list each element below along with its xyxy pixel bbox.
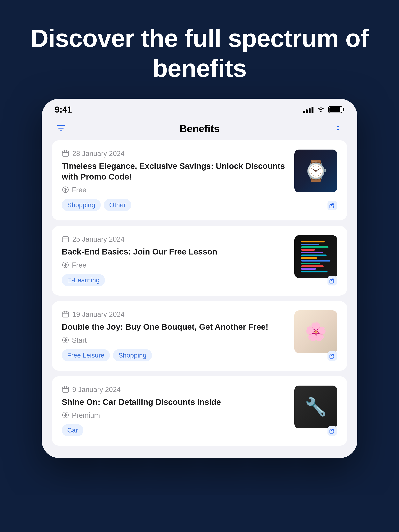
page-header: Discover the full spectrum of benefits	[0, 0, 399, 99]
svg-rect-16	[64, 386, 65, 388]
svg-rect-1	[64, 150, 65, 152]
card-2-image	[294, 235, 337, 278]
tag-free-leisure[interactable]: Free Leisure	[62, 349, 110, 361]
tag-elearning[interactable]: E-Learning	[62, 274, 105, 286]
phone-frame: 9:41	[42, 99, 357, 458]
card-3-share-button[interactable]	[326, 350, 338, 362]
share-icon-3	[327, 351, 337, 362]
card-4-title: Shine On: Car Detailing Discounts Inside	[62, 397, 288, 408]
filter-icon	[56, 123, 66, 133]
nav-title: Benefits	[180, 123, 219, 134]
svg-rect-6	[64, 236, 65, 237]
card-2-date: 25 January 2024	[62, 235, 288, 243]
svg-rect-11	[64, 311, 65, 313]
tag-car[interactable]: Car	[62, 424, 83, 436]
page-title: Discover the full spectrum of benefits	[16, 23, 383, 83]
price-icon-4	[62, 411, 69, 419]
calendar-icon	[62, 150, 69, 158]
sort-icon	[333, 123, 343, 133]
card-2-date-text: 25 January 2024	[72, 235, 124, 243]
card-4-price-text: Premium	[72, 411, 100, 419]
benefit-card-4[interactable]: 9 January 2024 Shine On: Car Detailing D…	[52, 376, 347, 446]
card-3-tags: Free Leisure Shopping	[62, 349, 288, 361]
svg-rect-9	[328, 276, 337, 285]
svg-rect-14	[328, 351, 337, 361]
benefits-list: 28 January 2024 Timeless Elegance, Exclu…	[42, 140, 357, 457]
card-4-date-text: 9 January 2024	[72, 386, 121, 394]
tag-shopping-2[interactable]: Shopping	[113, 349, 152, 361]
card-2-content: 25 January 2024 Back-End Basics: Join Ou…	[62, 235, 288, 286]
status-bar: 9:41	[42, 99, 357, 118]
svg-rect-7	[66, 236, 67, 237]
card-4-share-button[interactable]	[326, 425, 338, 437]
card-3-date-text: 19 January 2024	[72, 310, 124, 319]
card-2-title: Back-End Basics: Join Our Free Lesson	[62, 247, 288, 257]
filter-button[interactable]	[54, 121, 68, 136]
status-icons	[303, 106, 344, 114]
card-1-share-button[interactable]	[326, 200, 338, 212]
svg-rect-5	[62, 237, 69, 242]
price-icon-3	[62, 336, 69, 344]
card-1-price: Free	[62, 186, 288, 194]
share-icon	[327, 201, 337, 211]
card-1-date-text: 28 January 2024	[72, 150, 124, 158]
calendar-icon-4	[62, 386, 69, 394]
status-time: 9:41	[55, 105, 72, 114]
card-3-price-text: Start	[72, 336, 87, 344]
sort-button[interactable]	[331, 121, 345, 136]
svg-rect-19	[328, 426, 337, 436]
wifi-icon	[317, 106, 325, 114]
card-2-price-text: Free	[72, 261, 86, 269]
svg-rect-10	[62, 312, 69, 317]
benefit-card-2[interactable]: 25 January 2024 Back-End Basics: Join Ou…	[52, 226, 347, 296]
card-4-price: Premium	[62, 411, 288, 419]
card-2-tags: E-Learning	[62, 274, 288, 286]
card-3-title: Double the Joy: Buy One Bouquet, Get Ano…	[62, 322, 288, 332]
price-icon	[62, 186, 69, 194]
card-2-share-button[interactable]	[326, 275, 338, 287]
svg-rect-12	[66, 311, 67, 313]
card-4-date: 9 January 2024	[62, 386, 288, 394]
card-3-content: 19 January 2024 Double the Joy: Buy One …	[62, 310, 288, 361]
svg-rect-15	[62, 387, 69, 392]
card-3-image: 🌸	[294, 310, 337, 353]
card-1-tags: Shopping Other	[62, 199, 288, 211]
svg-rect-0	[62, 151, 69, 156]
tag-shopping[interactable]: Shopping	[62, 199, 101, 211]
card-2-price: Free	[62, 261, 288, 269]
share-icon-2	[327, 276, 337, 287]
card-3-date: 19 January 2024	[62, 310, 288, 319]
share-icon-4	[327, 426, 337, 437]
card-1-image	[294, 150, 337, 192]
price-icon-2	[62, 261, 69, 269]
benefit-card-1[interactable]: 28 January 2024 Timeless Elegance, Exclu…	[52, 140, 347, 221]
signal-icon	[303, 106, 314, 113]
card-1-date: 28 January 2024	[62, 150, 288, 158]
calendar-icon-3	[62, 310, 69, 319]
card-4-image: 🔧	[294, 386, 337, 428]
calendar-icon-2	[62, 235, 69, 243]
card-4-tags: Car	[62, 424, 288, 436]
card-1-price-text: Free	[72, 186, 86, 194]
svg-rect-2	[66, 150, 67, 152]
nav-bar: Benefits	[42, 118, 357, 140]
svg-rect-17	[66, 386, 67, 388]
card-3-price: Start	[62, 336, 288, 344]
benefit-card-3[interactable]: 19 January 2024 Double the Joy: Buy One …	[52, 301, 347, 371]
svg-rect-4	[328, 201, 337, 210]
tag-other[interactable]: Other	[104, 199, 131, 211]
battery-icon	[328, 106, 344, 113]
card-1-content: 28 January 2024 Timeless Elegance, Exclu…	[62, 150, 288, 211]
card-1-title: Timeless Elegance, Exclusive Savings: Un…	[62, 161, 288, 182]
card-4-content: 9 January 2024 Shine On: Car Detailing D…	[62, 386, 288, 437]
